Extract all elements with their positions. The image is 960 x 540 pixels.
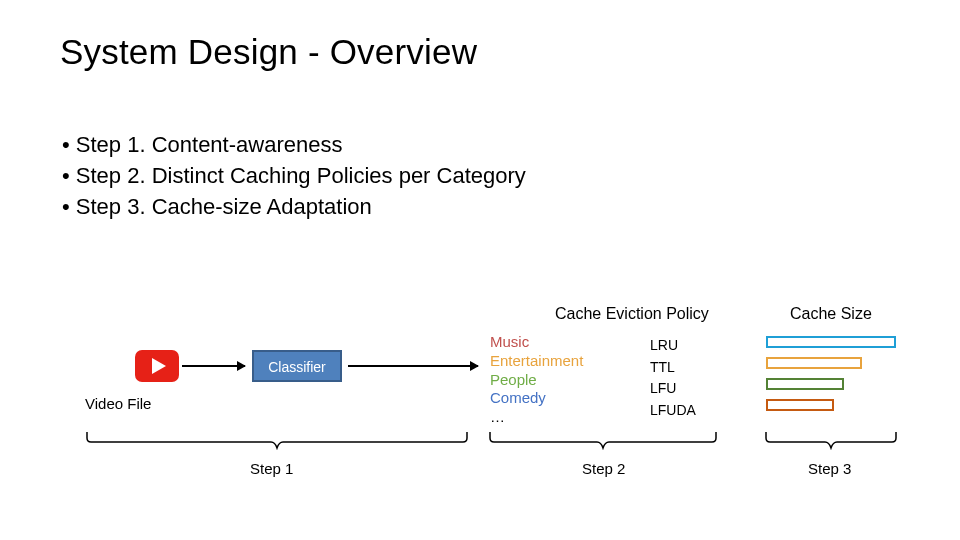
- category-list: Music Entertainment People Comedy …: [490, 333, 583, 427]
- bullet-step2: Step 2. Distinct Caching Policies per Ca…: [62, 161, 526, 192]
- classifier-box: Classifier: [252, 350, 342, 382]
- brace-step2: [488, 430, 718, 450]
- brace-step1: [85, 430, 470, 450]
- bullet-step1: Step 1. Content-awareness: [62, 130, 526, 161]
- video-file-label: Video File: [85, 395, 151, 412]
- policy-list: LRU TTL LFU LFUDA: [650, 335, 696, 422]
- cache-size-bar-2: [766, 357, 862, 369]
- category-more: …: [490, 408, 583, 427]
- step2-label: Step 2: [582, 460, 625, 477]
- bullet-step3: Step 3. Cache-size Adaptation: [62, 192, 526, 223]
- bullet-list: Step 1. Content-awareness Step 2. Distin…: [62, 130, 526, 222]
- cache-size-bar-1: [766, 336, 896, 348]
- arrow-video-to-classifier: [182, 365, 245, 367]
- header-cache-size: Cache Size: [790, 305, 872, 323]
- policy-lru: LRU: [650, 335, 696, 357]
- video-play-icon: [135, 350, 179, 382]
- slide-title: System Design - Overview: [60, 32, 477, 72]
- policy-ttl: TTL: [650, 357, 696, 379]
- cache-size-bar-4: [766, 399, 834, 411]
- category-comedy: Comedy: [490, 389, 583, 408]
- policy-lfuda: LFUDA: [650, 400, 696, 422]
- policy-lfu: LFU: [650, 378, 696, 400]
- category-people: People: [490, 371, 583, 390]
- step1-label: Step 1: [250, 460, 293, 477]
- category-entertainment: Entertainment: [490, 352, 583, 371]
- arrow-classifier-to-categories: [348, 365, 478, 367]
- header-cache-eviction-policy: Cache Eviction Policy: [555, 305, 709, 323]
- step3-label: Step 3: [808, 460, 851, 477]
- cache-size-bar-3: [766, 378, 844, 390]
- brace-step3: [764, 430, 899, 450]
- category-music: Music: [490, 333, 583, 352]
